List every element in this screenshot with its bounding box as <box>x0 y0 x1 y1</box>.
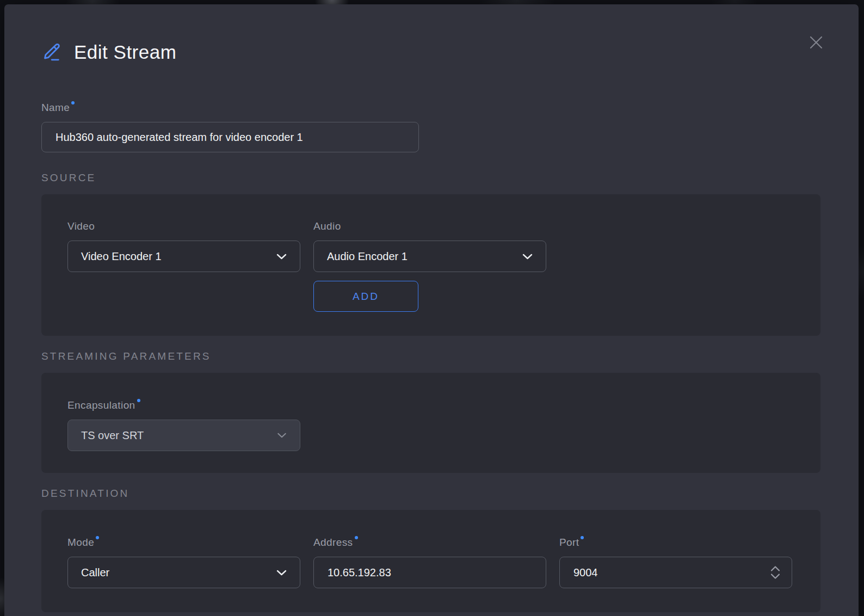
streaming-parameters-card: Encapsulation TS over SRT <box>41 373 820 473</box>
address-field: Address <box>313 536 546 588</box>
address-label: Address <box>313 536 546 549</box>
video-select[interactable]: Video Encoder 1 <box>67 241 300 272</box>
encapsulation-field: Encapsulation TS over SRT <box>67 399 300 451</box>
streaming-parameters-heading: STREAMING PARAMETERS <box>41 350 825 362</box>
close-icon <box>808 34 824 51</box>
streaming-parameters-section: STREAMING PARAMETERS Encapsulation TS ov… <box>41 350 825 473</box>
chevron-down-icon <box>276 254 287 260</box>
destination-section: DESTINATION Mode Caller Address <box>41 488 825 612</box>
chevron-down-icon <box>276 570 287 576</box>
required-dot <box>355 536 358 539</box>
source-section-heading: SOURCE <box>41 172 825 184</box>
mode-field: Mode Caller <box>67 536 300 588</box>
name-label: Name <box>41 101 825 114</box>
name-input[interactable] <box>41 122 419 152</box>
chevron-down-icon <box>277 433 287 438</box>
source-section: SOURCE Video Video Encoder 1 Audio Audio… <box>41 172 825 336</box>
audio-select-value: Audio Encoder 1 <box>327 250 408 263</box>
chevron-up-down-icon[interactable] <box>769 565 781 580</box>
destination-heading: DESTINATION <box>41 488 825 500</box>
close-button[interactable] <box>805 32 827 53</box>
source-card: Video Video Encoder 1 Audio Audio Encode… <box>41 194 820 336</box>
chevron-down-icon <box>522 254 533 260</box>
port-label: Port <box>559 536 792 549</box>
audio-field: Audio Audio Encoder 1 ADD <box>313 220 546 312</box>
port-input[interactable] <box>559 557 792 588</box>
add-button[interactable]: ADD <box>313 281 418 312</box>
dialog-title: Edit Stream <box>74 41 176 63</box>
required-dot <box>137 399 140 402</box>
edit-stream-dialog: Edit Stream Name SOURCE Video Video Enco… <box>4 4 859 616</box>
mode-select[interactable]: Caller <box>67 557 300 588</box>
encapsulation-select[interactable]: TS over SRT <box>67 420 300 451</box>
destination-card: Mode Caller Address Port <box>41 510 820 612</box>
encapsulation-label: Encapsulation <box>67 399 300 411</box>
name-field: Name <box>41 101 825 152</box>
mode-label: Mode <box>67 536 300 549</box>
encapsulation-select-value: TS over SRT <box>81 429 144 442</box>
audio-select[interactable]: Audio Encoder 1 <box>313 241 546 272</box>
address-input[interactable] <box>313 557 546 588</box>
audio-label: Audio <box>313 220 546 232</box>
video-field: Video Video Encoder 1 <box>67 220 300 272</box>
port-field: Port <box>559 536 792 588</box>
required-dot <box>581 536 584 539</box>
video-label: Video <box>67 220 300 232</box>
dialog-header: Edit Stream <box>41 4 825 63</box>
required-dot <box>96 536 99 539</box>
video-select-value: Video Encoder 1 <box>81 250 162 263</box>
mode-select-value: Caller <box>81 566 109 579</box>
pencil-icon <box>41 41 63 63</box>
required-dot <box>71 101 75 104</box>
